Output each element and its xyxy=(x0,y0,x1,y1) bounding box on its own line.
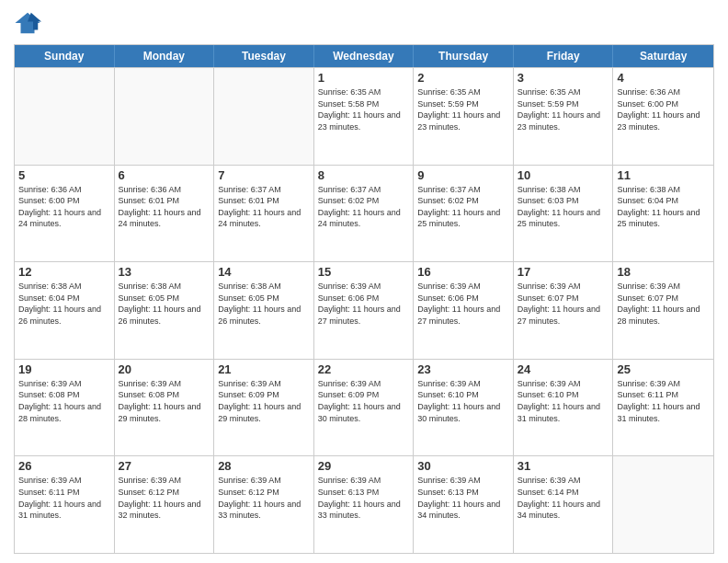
day-number: 3 xyxy=(518,71,609,85)
day-cell-16: 16Sunrise: 6:39 AMSunset: 6:06 PMDayligh… xyxy=(414,262,514,359)
day-number: 20 xyxy=(119,362,210,376)
day-cell-30: 30Sunrise: 6:39 AMSunset: 6:13 PMDayligh… xyxy=(414,456,514,553)
week-row-1: 1Sunrise: 6:35 AMSunset: 5:58 PMDaylight… xyxy=(15,67,713,165)
day-info: Sunrise: 6:39 AMSunset: 6:07 PMDaylight:… xyxy=(518,281,609,327)
day-number: 30 xyxy=(417,459,509,473)
day-number: 13 xyxy=(119,265,210,279)
day-number: 16 xyxy=(417,265,509,279)
day-cell-28: 28Sunrise: 6:39 AMSunset: 6:12 PMDayligh… xyxy=(214,456,314,553)
day-cell-3: 3Sunrise: 6:35 AMSunset: 5:59 PMDaylight… xyxy=(514,68,614,165)
day-info: Sunrise: 6:39 AMSunset: 6:13 PMDaylight:… xyxy=(318,475,410,521)
day-cell-1: 1Sunrise: 6:35 AMSunset: 5:58 PMDaylight… xyxy=(314,68,415,165)
day-cell-20: 20Sunrise: 6:39 AMSunset: 6:08 PMDayligh… xyxy=(115,360,215,456)
calendar-header: SundayMondayTuesdayWednesdayThursdayFrid… xyxy=(15,45,713,67)
day-info: Sunrise: 6:39 AMSunset: 6:14 PMDaylight:… xyxy=(518,475,609,521)
header-day-sunday: Sunday xyxy=(15,45,115,67)
day-info: Sunrise: 6:39 AMSunset: 6:06 PMDaylight:… xyxy=(318,281,410,327)
day-info: Sunrise: 6:38 AMSunset: 6:04 PMDaylight:… xyxy=(18,281,110,327)
day-info: Sunrise: 6:38 AMSunset: 6:05 PMDaylight:… xyxy=(218,281,310,327)
day-info: Sunrise: 6:38 AMSunset: 6:05 PMDaylight:… xyxy=(119,281,210,327)
day-cell-22: 22Sunrise: 6:39 AMSunset: 6:09 PMDayligh… xyxy=(314,360,415,456)
day-info: Sunrise: 6:39 AMSunset: 6:10 PMDaylight:… xyxy=(518,378,609,424)
day-cell-10: 10Sunrise: 6:38 AMSunset: 6:03 PMDayligh… xyxy=(514,166,614,262)
header xyxy=(14,9,714,37)
day-number: 26 xyxy=(18,459,110,473)
header-day-saturday: Saturday xyxy=(613,45,713,67)
day-info: Sunrise: 6:37 AMSunset: 6:02 PMDaylight:… xyxy=(417,184,509,230)
week-row-3: 12Sunrise: 6:38 AMSunset: 6:04 PMDayligh… xyxy=(15,261,713,359)
day-info: Sunrise: 6:36 AMSunset: 6:01 PMDaylight:… xyxy=(119,184,210,230)
day-number: 1 xyxy=(318,71,410,85)
day-number: 19 xyxy=(18,362,110,376)
day-info: Sunrise: 6:35 AMSunset: 5:59 PMDaylight:… xyxy=(417,86,509,132)
header-day-thursday: Thursday xyxy=(414,45,514,67)
day-number: 21 xyxy=(218,362,310,376)
empty-cell xyxy=(613,456,713,553)
week-row-4: 19Sunrise: 6:39 AMSunset: 6:08 PMDayligh… xyxy=(15,359,713,456)
day-number: 18 xyxy=(617,265,710,279)
day-cell-31: 31Sunrise: 6:39 AMSunset: 6:14 PMDayligh… xyxy=(514,456,614,553)
day-number: 6 xyxy=(119,168,210,182)
day-info: Sunrise: 6:37 AMSunset: 6:02 PMDaylight:… xyxy=(318,184,410,230)
day-info: Sunrise: 6:38 AMSunset: 6:03 PMDaylight:… xyxy=(518,184,609,230)
day-number: 27 xyxy=(119,459,210,473)
day-info: Sunrise: 6:39 AMSunset: 6:08 PMDaylight:… xyxy=(18,378,110,424)
day-cell-19: 19Sunrise: 6:39 AMSunset: 6:08 PMDayligh… xyxy=(15,360,115,456)
day-number: 9 xyxy=(417,168,509,182)
day-number: 7 xyxy=(218,168,310,182)
header-day-monday: Monday xyxy=(115,45,215,67)
day-info: Sunrise: 6:39 AMSunset: 6:11 PMDaylight:… xyxy=(18,475,110,521)
day-cell-4: 4Sunrise: 6:36 AMSunset: 6:00 PMDaylight… xyxy=(613,68,713,165)
day-number: 5 xyxy=(18,168,110,182)
day-info: Sunrise: 6:38 AMSunset: 6:04 PMDaylight:… xyxy=(617,184,710,230)
day-info: Sunrise: 6:39 AMSunset: 6:12 PMDaylight:… xyxy=(119,475,210,521)
day-cell-21: 21Sunrise: 6:39 AMSunset: 6:09 PMDayligh… xyxy=(214,360,314,456)
day-info: Sunrise: 6:39 AMSunset: 6:09 PMDaylight:… xyxy=(318,378,410,424)
day-cell-9: 9Sunrise: 6:37 AMSunset: 6:02 PMDaylight… xyxy=(414,166,514,262)
day-info: Sunrise: 6:39 AMSunset: 6:07 PMDaylight:… xyxy=(617,281,710,327)
day-info: Sunrise: 6:39 AMSunset: 6:10 PMDaylight:… xyxy=(417,378,509,424)
day-cell-18: 18Sunrise: 6:39 AMSunset: 6:07 PMDayligh… xyxy=(613,262,713,359)
day-cell-2: 2Sunrise: 6:35 AMSunset: 5:59 PMDaylight… xyxy=(414,68,514,165)
logo-icon xyxy=(14,9,41,37)
day-cell-6: 6Sunrise: 6:36 AMSunset: 6:01 PMDaylight… xyxy=(115,166,215,262)
day-info: Sunrise: 6:39 AMSunset: 6:09 PMDaylight:… xyxy=(218,378,310,424)
calendar-body: 1Sunrise: 6:35 AMSunset: 5:58 PMDaylight… xyxy=(15,67,713,553)
day-cell-29: 29Sunrise: 6:39 AMSunset: 6:13 PMDayligh… xyxy=(314,456,415,553)
day-info: Sunrise: 6:39 AMSunset: 6:08 PMDaylight:… xyxy=(119,378,210,424)
day-number: 17 xyxy=(518,265,609,279)
day-number: 8 xyxy=(318,168,410,182)
day-cell-13: 13Sunrise: 6:38 AMSunset: 6:05 PMDayligh… xyxy=(115,262,215,359)
day-cell-15: 15Sunrise: 6:39 AMSunset: 6:06 PMDayligh… xyxy=(314,262,415,359)
day-cell-23: 23Sunrise: 6:39 AMSunset: 6:10 PMDayligh… xyxy=(414,360,514,456)
day-number: 22 xyxy=(318,362,410,376)
day-cell-17: 17Sunrise: 6:39 AMSunset: 6:07 PMDayligh… xyxy=(514,262,614,359)
day-cell-8: 8Sunrise: 6:37 AMSunset: 6:02 PMDaylight… xyxy=(314,166,415,262)
day-number: 25 xyxy=(617,362,710,376)
day-info: Sunrise: 6:35 AMSunset: 5:59 PMDaylight:… xyxy=(518,86,609,132)
header-day-tuesday: Tuesday xyxy=(214,45,314,67)
day-number: 14 xyxy=(218,265,310,279)
empty-cell xyxy=(15,68,115,165)
week-row-2: 5Sunrise: 6:36 AMSunset: 6:00 PMDaylight… xyxy=(15,165,713,262)
day-cell-24: 24Sunrise: 6:39 AMSunset: 6:10 PMDayligh… xyxy=(514,360,614,456)
day-number: 10 xyxy=(518,168,609,182)
day-info: Sunrise: 6:39 AMSunset: 6:11 PMDaylight:… xyxy=(617,378,710,424)
day-info: Sunrise: 6:39 AMSunset: 6:13 PMDaylight:… xyxy=(417,475,509,521)
empty-cell xyxy=(214,68,314,165)
day-number: 2 xyxy=(417,71,509,85)
header-day-friday: Friday xyxy=(514,45,614,67)
day-number: 24 xyxy=(518,362,609,376)
day-info: Sunrise: 6:39 AMSunset: 6:12 PMDaylight:… xyxy=(218,475,310,521)
day-cell-5: 5Sunrise: 6:36 AMSunset: 6:00 PMDaylight… xyxy=(15,166,115,262)
day-number: 28 xyxy=(218,459,310,473)
day-number: 11 xyxy=(617,168,710,182)
day-number: 15 xyxy=(318,265,410,279)
day-cell-14: 14Sunrise: 6:38 AMSunset: 6:05 PMDayligh… xyxy=(214,262,314,359)
day-cell-12: 12Sunrise: 6:38 AMSunset: 6:04 PMDayligh… xyxy=(15,262,115,359)
day-cell-25: 25Sunrise: 6:39 AMSunset: 6:11 PMDayligh… xyxy=(613,360,713,456)
day-number: 12 xyxy=(18,265,110,279)
day-number: 29 xyxy=(318,459,410,473)
day-cell-26: 26Sunrise: 6:39 AMSunset: 6:11 PMDayligh… xyxy=(15,456,115,553)
day-info: Sunrise: 6:36 AMSunset: 6:00 PMDaylight:… xyxy=(18,184,110,230)
